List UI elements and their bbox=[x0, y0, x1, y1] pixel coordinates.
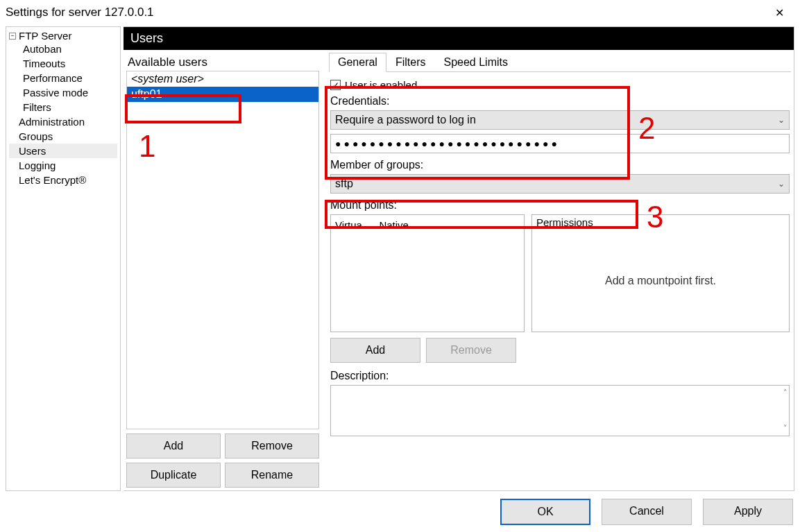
mount-remove-button: Remove bbox=[426, 338, 516, 363]
user-enabled-label: User is enabled bbox=[345, 79, 417, 91]
password-mask: ●●●●●●●●●●●●●●●●●●●●●●●●●● bbox=[335, 138, 560, 149]
details-column: General Filters Speed Limits ✓ User is e… bbox=[329, 53, 791, 488]
scroll-up-icon[interactable]: ˄ bbox=[783, 388, 788, 397]
tree-item-administration[interactable]: Administration bbox=[9, 114, 117, 129]
mount-add-button[interactable]: Add bbox=[330, 338, 420, 363]
user-item-selected[interactable]: uftp01 bbox=[127, 87, 318, 102]
tree-item-logging[interactable]: Logging bbox=[9, 158, 117, 173]
tree-item-users[interactable]: Users bbox=[9, 144, 117, 158]
titlebar: Settings for server 127.0.0.1 ✕ bbox=[0, 0, 800, 26]
tree-item-timeouts[interactable]: Timeouts bbox=[23, 56, 117, 71]
user-listbox[interactable]: <system user> uftp01 bbox=[126, 71, 319, 429]
chevron-down-icon: ⌄ bbox=[778, 179, 785, 189]
member-groups-value: sftp bbox=[335, 178, 353, 190]
section-header: Users bbox=[124, 27, 794, 50]
general-form: ✓ User is enabled Credentials: Require a… bbox=[329, 79, 791, 488]
users-remove-button[interactable]: Remove bbox=[225, 434, 319, 458]
apply-button[interactable]: Apply bbox=[703, 499, 793, 525]
tree-root-label: FTP Server bbox=[19, 30, 71, 42]
scroll-down-icon[interactable]: ˅ bbox=[783, 424, 788, 433]
users-rename-button[interactable]: Rename bbox=[225, 463, 319, 488]
tree-item-lets-encrypt[interactable]: Let's Encrypt® bbox=[9, 173, 117, 187]
settings-window: Settings for server 127.0.0.1 ✕ − FTP Se… bbox=[0, 0, 800, 532]
credentials-mode-value: Require a password to log in bbox=[335, 114, 476, 126]
tree-item-filters[interactable]: Filters bbox=[23, 100, 117, 114]
user-item-system[interactable]: <system user> bbox=[127, 71, 318, 87]
mount-col-native[interactable]: Native... bbox=[379, 219, 417, 231]
mount-points-table[interactable]: Virtua... Native... bbox=[330, 214, 525, 332]
tree-root[interactable]: − FTP Server bbox=[9, 30, 117, 42]
collapse-icon[interactable]: − bbox=[9, 33, 16, 40]
available-users-label: Available users bbox=[126, 53, 319, 71]
close-icon[interactable]: ✕ bbox=[767, 6, 792, 19]
user-enabled-row[interactable]: ✓ User is enabled bbox=[330, 79, 790, 91]
tab-general[interactable]: General bbox=[329, 53, 386, 72]
tree-item-autoban[interactable]: Autoban bbox=[23, 42, 117, 56]
member-groups-select[interactable]: sftp ⌄ bbox=[330, 174, 790, 194]
cancel-button[interactable]: Cancel bbox=[602, 499, 692, 525]
permissions-message: Add a mountpoint first. bbox=[532, 230, 789, 332]
description-label: Description: bbox=[330, 370, 790, 382]
chevron-down-icon: ⌄ bbox=[778, 115, 785, 125]
credentials-label: Credentials: bbox=[330, 95, 790, 108]
tabs: General Filters Speed Limits bbox=[329, 53, 791, 72]
tree-item-passive-mode[interactable]: Passive mode bbox=[23, 85, 117, 100]
user-enabled-checkbox[interactable]: ✓ bbox=[330, 80, 341, 90]
tree-item-groups[interactable]: Groups bbox=[9, 129, 117, 144]
password-input[interactable]: ●●●●●●●●●●●●●●●●●●●●●●●●●● bbox=[330, 134, 790, 153]
tab-speed-limits[interactable]: Speed Limits bbox=[434, 53, 517, 72]
tab-filters[interactable]: Filters bbox=[386, 53, 435, 72]
nav-tree: − FTP Server Autoban Timeouts Performanc… bbox=[6, 26, 121, 491]
description-textarea[interactable]: ˄ ˅ bbox=[330, 385, 790, 436]
userlist-column: Available users <system user> uftp01 Add… bbox=[126, 53, 319, 488]
users-duplicate-button[interactable]: Duplicate bbox=[126, 463, 221, 488]
credentials-mode-select[interactable]: Require a password to log in ⌄ bbox=[330, 110, 790, 130]
member-groups-label: Member of groups: bbox=[330, 159, 790, 171]
ok-button[interactable]: OK bbox=[500, 499, 590, 525]
window-title: Settings for server 127.0.0.1 bbox=[6, 6, 154, 19]
tree-item-performance[interactable]: Performance bbox=[23, 71, 117, 85]
permissions-panel: Permissions Add a mountpoint first. bbox=[531, 214, 790, 332]
permissions-label: Permissions bbox=[532, 215, 789, 230]
users-add-button[interactable]: Add bbox=[126, 434, 221, 458]
content-panel: Users Available users <system user> uftp… bbox=[124, 26, 794, 491]
mount-col-virtual[interactable]: Virtua... bbox=[335, 219, 371, 231]
mount-points-label: Mount points: bbox=[330, 199, 790, 212]
dialog-buttons: OK Cancel Apply bbox=[500, 499, 793, 525]
